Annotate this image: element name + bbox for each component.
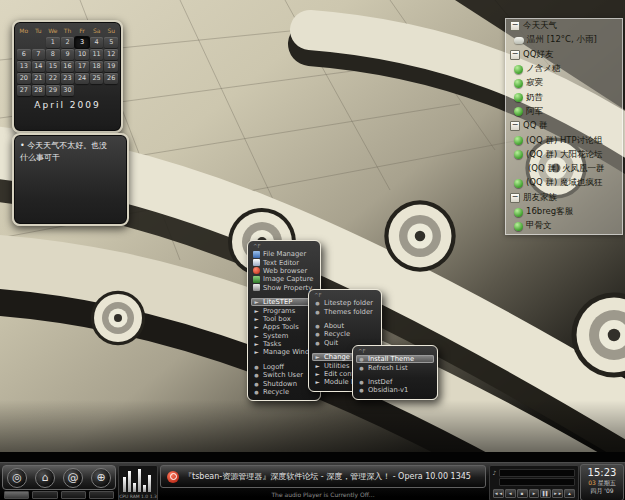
buddy-group-qq-groups[interactable]: − QQ 群 (506, 119, 622, 133)
calendar-day[interactable]: 9 (61, 49, 75, 60)
calendar-day[interactable]: 16 (61, 61, 75, 72)
fast-forward-button[interactable]: ►► (552, 489, 563, 498)
eject-button[interactable]: ▲ (564, 489, 575, 498)
calendar-grid: 1 2 3 4 5 6 7 8 9 10 11 12 13 14 15 16 1… (17, 37, 118, 96)
mail-launcher-icon[interactable]: @ (63, 468, 83, 488)
home-launcher-icon[interactable]: ⌂ (35, 468, 55, 488)
calendar-day[interactable]: 22 (46, 73, 60, 84)
menu-item-text-editor[interactable]: Text Editor (251, 258, 317, 266)
buddy-row[interactable]: (QQ 群) 魔域也疯狂 (506, 176, 622, 190)
menu-title: ^F (312, 292, 378, 299)
buddy-label: 朋友家族 (523, 192, 557, 204)
submenu-arrow-icon: ► (253, 298, 260, 306)
calendar-day[interactable]: 24 (75, 73, 89, 84)
submenu-arrow-icon: ► (253, 323, 260, 331)
buddy-row[interactable]: 阿军 (506, 105, 622, 119)
calendar-day[interactable]: 12 (104, 49, 118, 60)
collapse-icon[interactable]: − (510, 50, 520, 60)
calendar-day[interactable]: 18 (90, 61, 104, 72)
pause-button[interactable]: ▌▌ (540, 489, 551, 498)
menu-item-obsidian-v1[interactable]: ● Obsidian-v1 (356, 386, 434, 394)
play-button[interactable]: ► (529, 489, 540, 498)
menu-item-install-theme[interactable]: ● Install Theme (356, 355, 434, 363)
qq-group-icon (514, 179, 523, 188)
buddy-group-friends[interactable]: − QQ好友 (506, 48, 622, 62)
calendar-day[interactable]: 19 (104, 61, 118, 72)
calendar-day[interactable]: 21 (32, 73, 46, 84)
buddy-label: 16breg客服 (526, 206, 573, 218)
workspace-cell[interactable] (89, 491, 114, 499)
menu-item-label: Recycle (324, 330, 350, 338)
menu-item-about[interactable]: ● About (312, 322, 378, 330)
web-browser-icon (253, 267, 260, 274)
submenu-arrow-icon: ► (253, 348, 260, 356)
buddy-row[interactable]: 16breg客服 (506, 205, 622, 219)
calendar-day[interactable]: 7 (32, 49, 46, 60)
buddy-group-family[interactable]: − 朋友家族 (506, 191, 622, 205)
workspace-cell[interactable] (32, 491, 57, 499)
buddy-row[interactable]: (QQ 群) 火凤凰一群 (506, 162, 622, 176)
calendar-day[interactable]: 13 (17, 61, 31, 72)
calendar-day[interactable]: 17 (75, 61, 89, 72)
calendar-day[interactable]: 30 (61, 85, 75, 96)
calendar-day[interactable]: 15 (46, 61, 60, 72)
menu-item-recycle[interactable]: ● Recycle (251, 388, 317, 396)
collapse-icon[interactable]: − (510, 193, 520, 203)
browser-launcher-icon[interactable]: ⊕ (91, 468, 111, 488)
calendar-day[interactable]: 25 (90, 73, 104, 84)
calendar-day[interactable]: 27 (17, 85, 31, 96)
menu-item-show-property[interactable]: Show Property (251, 284, 317, 292)
buddy-row[interactable]: (QQ 群) HTP讨论组 (506, 133, 622, 147)
menu-item-web-browser[interactable]: Web browser (251, 267, 317, 275)
buddy-row[interactable]: 奶昔 (506, 90, 622, 104)
calendar-day[interactable]: 20 (17, 73, 31, 84)
calendar-day[interactable]: 11 (90, 49, 104, 60)
calendar-day[interactable]: 1 (46, 37, 60, 48)
calendar-day[interactable]: 23 (61, 73, 75, 84)
buddy-row[interactable]: 甲骨文 (506, 219, 622, 233)
previous-button[interactable]: ◄ (505, 489, 516, 498)
collapse-icon[interactable]: − (510, 121, 520, 131)
menu-item-image-capture[interactable]: Image Capture (251, 275, 317, 283)
calendar-day-header: Sa (90, 26, 104, 36)
menu-item-label: Tool box (263, 315, 291, 323)
menu-item-recycle[interactable]: ● Recycle (312, 330, 378, 338)
stop-button[interactable]: ■ (517, 489, 528, 498)
calendar-day[interactable]: 5 (104, 37, 118, 48)
calendar-day[interactable]: 4 (90, 37, 104, 48)
menu-item-file-manager[interactable]: File Manager (251, 250, 317, 258)
workspace-cell[interactable] (4, 491, 29, 499)
calendar-day[interactable]: 8 (46, 49, 60, 60)
menu-item-label: System (263, 332, 288, 340)
taskbar-task-button[interactable]: 『tsbean-资源管理器』深度软件论坛 - 深度，管理深入！ - Opera … (160, 465, 486, 488)
calendar-day[interactable]: 28 (32, 85, 46, 96)
calendar-day[interactable]: 14 (32, 61, 46, 72)
calendar-day-selected[interactable]: 3 (75, 37, 89, 48)
menu-item-label: Quit (324, 339, 338, 347)
menu-item-themes-folder[interactable]: ● Themes folder (312, 307, 378, 315)
menu-item-label: Refresh List (368, 364, 408, 372)
menu-item-litestep-folder[interactable]: ● Litestep folder (312, 299, 378, 307)
desktop: Mo Tu We Th Fr Sa Su 1 2 3 4 5 6 7 8 9 1… (0, 0, 625, 500)
buddy-row[interactable]: 寂寞 (506, 76, 622, 90)
menu-item-refresh-list[interactable]: ● Refresh List (356, 363, 434, 371)
buddy-group-weather[interactable]: − 今天天气 (506, 19, 622, 33)
player-seek-bar[interactable] (499, 478, 575, 486)
menu-item-label: Install Theme (368, 355, 414, 363)
calendar-day[interactable]: 6 (17, 49, 31, 60)
calendar-day[interactable]: 26 (104, 73, 118, 84)
calendar-day[interactable]: 29 (46, 85, 60, 96)
meter-bar (148, 475, 151, 492)
buddy-row[interactable]: ノ含メ糖 (506, 62, 622, 76)
calendar-day[interactable]: 2 (61, 37, 75, 48)
rewind-button[interactable]: ◄◄ (493, 489, 504, 498)
workspace-cell[interactable] (61, 491, 86, 499)
menu-item-label: Themes folder (324, 308, 373, 316)
buddy-label: ノ含メ糖 (526, 63, 560, 75)
weather-row[interactable]: 温州 [12°C, 小雨] (506, 33, 622, 47)
buddy-row[interactable]: (QQ 群) 大阳花论坛 (506, 148, 622, 162)
calendar-day[interactable]: 10 (75, 49, 89, 60)
menu-item-instdef[interactable]: ● InstDef (356, 378, 434, 386)
collapse-icon[interactable]: − (510, 21, 520, 31)
opera-launcher-icon[interactable]: ◎ (7, 468, 27, 488)
